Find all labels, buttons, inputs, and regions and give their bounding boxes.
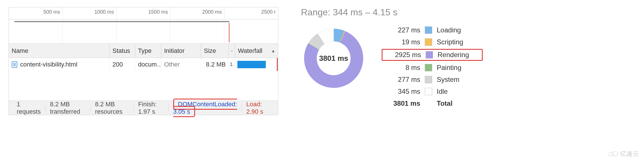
request-time: 1. [229, 58, 235, 71]
request-status: 200 [110, 58, 135, 71]
range-label: Range: 344 ms – 4.15 s [301, 7, 481, 18]
legend-label: Painting [437, 64, 479, 72]
legend-swatch [426, 51, 433, 59]
column-time[interactable]: - [229, 44, 235, 58]
legend-label: Loading [437, 26, 479, 34]
legend: 227 msLoading19 msScripting2925 msRender… [383, 26, 481, 107]
request-size: 8.2 MB [201, 58, 229, 71]
legend-ms: 345 ms [383, 88, 420, 95]
legend-label: Scripting [437, 38, 479, 46]
ruler-tick: 2500 r [224, 7, 278, 19]
request-type: docum… [135, 58, 161, 71]
legend-ms: 277 ms [383, 76, 420, 84]
timeline-ruler[interactable]: 500 ms 1000 ms 1500 ms 2000 ms 2500 r [9, 7, 278, 19]
legend-swatch [425, 64, 432, 71]
donut-center-value: 3801 ms [301, 26, 366, 91]
legend-ms: 2925 ms [384, 51, 421, 59]
status-requests: 1 requests [12, 101, 45, 115]
legend-row-painting[interactable]: 8 msPainting [383, 64, 481, 72]
waterfall-load-marker [277, 58, 278, 71]
column-name[interactable]: Name [9, 44, 110, 58]
legend-label: Idle [437, 88, 479, 95]
column-waterfall-label: Waterfall [238, 47, 262, 55]
waterfall-bar [237, 61, 266, 68]
watermark: 亿速云 [608, 149, 639, 158]
legend-row-total: 3801 msTotal [383, 99, 481, 107]
legend-swatch [425, 26, 432, 34]
status-resources: 8.2 MB resources [91, 101, 133, 115]
legend-label: System [437, 76, 479, 84]
legend-label: Rendering [438, 51, 480, 59]
watermark-text: 亿速云 [620, 149, 639, 158]
overview-load-line [229, 23, 229, 42]
timing-summary: Range: 344 ms – 4.15 s 3801 ms 227 msLoa… [301, 7, 481, 107]
legend-row-loading[interactable]: 227 msLoading [383, 26, 481, 34]
timeline-overview[interactable] [9, 19, 278, 44]
network-panel: 500 ms 1000 ms 1500 ms 2000 ms 2500 r Na… [9, 7, 278, 115]
status-finish: Finish: 1.97 s [134, 101, 168, 115]
legend-swatch [425, 76, 432, 83]
status-bar: 1 requests 8.2 MB transferred 8.2 MB res… [9, 101, 278, 115]
sort-indicator-icon: ▲ [271, 49, 275, 53]
column-initiator[interactable]: Initiator [161, 44, 201, 58]
column-size[interactable]: Size [201, 44, 229, 58]
request-table-body: content-visibility.html 200 docum… Other… [9, 58, 278, 101]
legend-swatch [425, 88, 432, 95]
status-load: Load: 2.90 s [242, 101, 275, 115]
column-status[interactable]: Status [110, 44, 135, 58]
ruler-tick: 500 ms [9, 7, 63, 19]
column-waterfall[interactable]: Waterfall ▲ [235, 44, 278, 58]
legend-row-system[interactable]: 277 msSystem [383, 76, 481, 84]
status-domcontentloaded: DOMContentLoaded: 3.05 s [173, 99, 237, 117]
legend-row-idle[interactable]: 345 msIdle [383, 88, 481, 95]
status-transferred: 8.2 MB transferred [45, 101, 90, 115]
request-waterfall[interactable] [235, 58, 278, 71]
ruler-tick: 1500 ms [117, 7, 171, 19]
legend-ms: 8 ms [383, 64, 420, 72]
ruler-tick: 1000 ms [63, 7, 117, 19]
legend-ms: 19 ms [383, 38, 420, 46]
request-name: content-visibility.html [20, 61, 77, 68]
column-type[interactable]: Type [135, 44, 161, 58]
document-icon [12, 61, 17, 68]
table-header-row: Name Status Type Initiator Size - Waterf… [9, 44, 278, 58]
request-row[interactable]: content-visibility.html 200 docum… Other… [9, 58, 278, 71]
donut-chart[interactable]: 3801 ms [301, 26, 366, 91]
legend-row-rendering[interactable]: 2925 msRendering [382, 49, 483, 61]
legend-ms: 227 ms [383, 26, 420, 34]
legend-row-scripting[interactable]: 19 msScripting [383, 38, 481, 46]
request-initiator: Other [161, 58, 201, 71]
overview-bar [14, 21, 229, 22]
legend-swatch [425, 38, 432, 46]
svg-point-1 [612, 151, 618, 156]
ruler-tick: 2000 ms [170, 7, 224, 19]
